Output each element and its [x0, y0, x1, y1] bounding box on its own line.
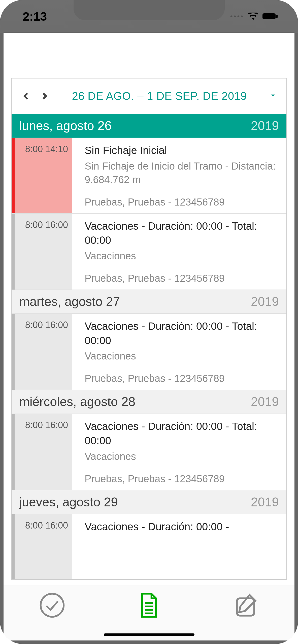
day-header[interactable]: miércoles, agosto 282019 — [12, 390, 286, 414]
bottom-toolbar — [4, 585, 294, 640]
entry-body: Vacaciones - Duración: 00:00 - — [72, 514, 286, 579]
svg-rect-0 — [262, 13, 276, 19]
entry-time: 8:00 16:00 — [15, 514, 72, 579]
day-year: 2019 — [251, 394, 279, 409]
entry-stripe — [12, 314, 15, 390]
entry-subtitle: Vacaciones — [85, 349, 279, 363]
entry-subtitle: Vacaciones — [85, 249, 279, 263]
entry-time: 8:00 16:00 — [15, 314, 72, 390]
range-dropdown-icon[interactable] — [270, 92, 276, 100]
agenda-entry[interactable]: 8:00 16:00Vacaciones - Duración: 00:00 - — [12, 514, 286, 579]
entry-body: Sin Fichaje InicialSin Fichaje de Inicio… — [72, 138, 286, 213]
status-time: 2:13 — [23, 10, 47, 23]
entry-title: Vacaciones - Duración: 00:00 - Total: 00… — [85, 419, 279, 448]
agenda-entry[interactable]: 8:00 16:00Vacaciones - Duración: 00:00 -… — [12, 414, 286, 490]
nav-arrows — [22, 92, 49, 100]
entry-stripe — [12, 514, 15, 579]
day-header[interactable]: jueves, agosto 292019 — [12, 490, 286, 514]
battery-icon — [262, 13, 278, 20]
entry-title: Vacaciones - Duración: 00:00 - — [85, 520, 279, 534]
agenda-list[interactable]: lunes, agosto 2620198:00 14:10Sin Fichaj… — [12, 114, 286, 579]
entry-stripe — [12, 414, 15, 490]
day-header[interactable]: martes, agosto 272019 — [12, 290, 286, 313]
agenda-entry[interactable]: 8:00 16:00Vacaciones - Duración: 00:00 -… — [12, 313, 286, 390]
entry-subtitle: Sin Fichaje de Inicio del Tramo - Distan… — [85, 159, 279, 186]
next-week-button[interactable] — [40, 92, 49, 100]
day-name: miércoles, agosto 28 — [19, 394, 135, 409]
more-dots-icon: •••• — [230, 12, 244, 20]
screen: 26 DE AGO. – 1 DE SEP. DE 2019 lunes, ag… — [4, 33, 294, 640]
home-indicator[interactable] — [104, 633, 194, 636]
entry-footer: Pruebas, Pruebas - 123456789 — [85, 463, 279, 485]
svg-rect-1 — [276, 15, 278, 18]
document-tab[interactable] — [135, 591, 163, 619]
entry-stripe — [12, 214, 15, 290]
agenda-entry[interactable]: 8:00 14:10Sin Fichaje InicialSin Fichaje… — [12, 138, 286, 213]
prev-week-button[interactable] — [22, 92, 30, 100]
approve-tab[interactable] — [38, 591, 66, 619]
entry-time: 8:00 16:00 — [15, 414, 72, 490]
entry-footer: Pruebas, Pruebas - 123456789 — [85, 363, 279, 384]
status-right: •••• — [230, 12, 278, 20]
svg-point-2 — [41, 594, 64, 617]
entry-time: 8:00 14:10 — [15, 138, 72, 213]
entry-title: Vacaciones - Duración: 00:00 - Total: 00… — [85, 319, 279, 348]
entry-stripe — [12, 138, 15, 213]
date-range-bar: 26 DE AGO. – 1 DE SEP. DE 2019 — [12, 78, 286, 114]
entry-body: Vacaciones - Duración: 00:00 - Total: 00… — [72, 214, 286, 290]
agenda-card: 26 DE AGO. – 1 DE SEP. DE 2019 lunes, ag… — [11, 78, 287, 580]
entry-body: Vacaciones - Duración: 00:00 - Total: 00… — [72, 414, 286, 490]
entry-title: Vacaciones - Duración: 00:00 - Total: 00… — [85, 219, 279, 248]
day-header[interactable]: lunes, agosto 262019 — [12, 114, 286, 138]
day-year: 2019 — [251, 118, 279, 133]
entry-title: Sin Fichaje Inicial — [85, 143, 279, 158]
phone-frame: 2:13 •••• 26 DE AGO. — [0, 0, 298, 644]
entry-subtitle: Vacaciones — [85, 450, 279, 463]
notch — [74, 0, 225, 20]
day-name: lunes, agosto 26 — [19, 118, 112, 133]
entry-footer: Pruebas, Pruebas - 123456789 — [85, 186, 279, 208]
edit-tab[interactable] — [232, 591, 260, 619]
day-year: 2019 — [251, 294, 279, 309]
wifi-icon — [248, 13, 258, 20]
entry-body: Vacaciones - Duración: 00:00 - Total: 00… — [72, 314, 286, 390]
status-bar: 2:13 •••• — [0, 0, 298, 33]
day-name: jueves, agosto 29 — [19, 495, 118, 509]
agenda-entry[interactable]: 8:00 16:00Vacaciones - Duración: 00:00 -… — [12, 213, 286, 290]
entry-footer: Pruebas, Pruebas - 123456789 — [85, 263, 279, 284]
day-year: 2019 — [251, 495, 279, 509]
date-range-label[interactable]: 26 DE AGO. – 1 DE SEP. DE 2019 — [54, 90, 265, 102]
entry-time: 8:00 16:00 — [15, 214, 72, 290]
day-name: martes, agosto 27 — [19, 294, 120, 309]
